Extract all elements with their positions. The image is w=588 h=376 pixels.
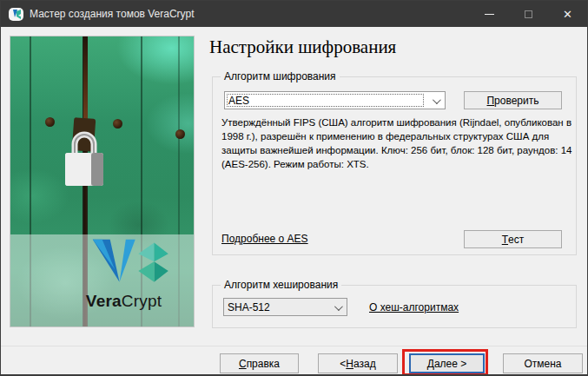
- bolt: [175, 129, 185, 139]
- back-button[interactable]: < Назад: [318, 353, 398, 373]
- close-icon: ✕: [563, 9, 572, 20]
- bolt: [113, 119, 122, 129]
- maximize-button: [509, 1, 548, 27]
- dialog-content: VeraCrypt Настройки шифрования Алгоритм …: [1, 27, 587, 374]
- algorithm-description: Утверждённый FIPS (США) алгоритм шифрова…: [221, 115, 573, 171]
- verify-button[interactable]: Проверить: [464, 91, 562, 109]
- cancel-button[interactable]: Отмена: [503, 353, 583, 373]
- selected-hash-algorithm: SHA-512: [228, 301, 270, 313]
- close-button[interactable]: ✕: [548, 1, 587, 27]
- maximize-icon: [525, 10, 532, 18]
- minimize-button[interactable]: [470, 1, 509, 27]
- encryption-algorithm-select[interactable]: AES: [224, 91, 446, 109]
- minimize-icon: [485, 14, 494, 15]
- veracrypt-logo: VeraCrypt: [59, 238, 188, 311]
- door-padlock-photo: VeraCrypt: [10, 36, 195, 327]
- wizard-window: Мастер создания томов VeraCrypt ✕: [0, 0, 588, 376]
- encryption-algorithm-group: Алгоритм шифрования AES Проверить Утверж…: [212, 76, 577, 255]
- more-about-aes-link[interactable]: Подробнее о AES: [221, 233, 308, 245]
- chevron-down-icon: [334, 302, 343, 311]
- veracrypt-wordmark: VeraCrypt: [59, 292, 188, 311]
- title-bar: Мастер создания томов VeraCrypt ✕: [1, 1, 587, 27]
- logo-band: VeraCrypt: [10, 234, 194, 327]
- padlock-icon: [63, 125, 106, 188]
- encryption-group-label: Алгоритм шифрования: [221, 70, 340, 82]
- page-title: Настройки шифрования: [209, 36, 396, 58]
- veracrypt-app-icon: [9, 8, 23, 21]
- hash-algorithm-group: Алгоритм хеширования SHA-512 О хеш-алгор…: [212, 285, 577, 328]
- benchmark-test-button[interactable]: Тест: [464, 230, 562, 248]
- hash-info-link[interactable]: О хеш-алгоритмах: [369, 301, 459, 313]
- next-button[interactable]: Далее >: [409, 353, 485, 373]
- bolt: [45, 117, 55, 127]
- window-title: Мастер создания томов VeraCrypt: [30, 8, 470, 20]
- focus-rect: [227, 94, 424, 107]
- hash-group-label: Алгоритм хеширования: [221, 279, 341, 291]
- chevron-down-icon: [433, 96, 441, 104]
- hash-algorithm-select[interactable]: SHA-512: [223, 298, 347, 316]
- footer-separator: [1, 346, 587, 346]
- help-button[interactable]: Справка: [220, 353, 299, 373]
